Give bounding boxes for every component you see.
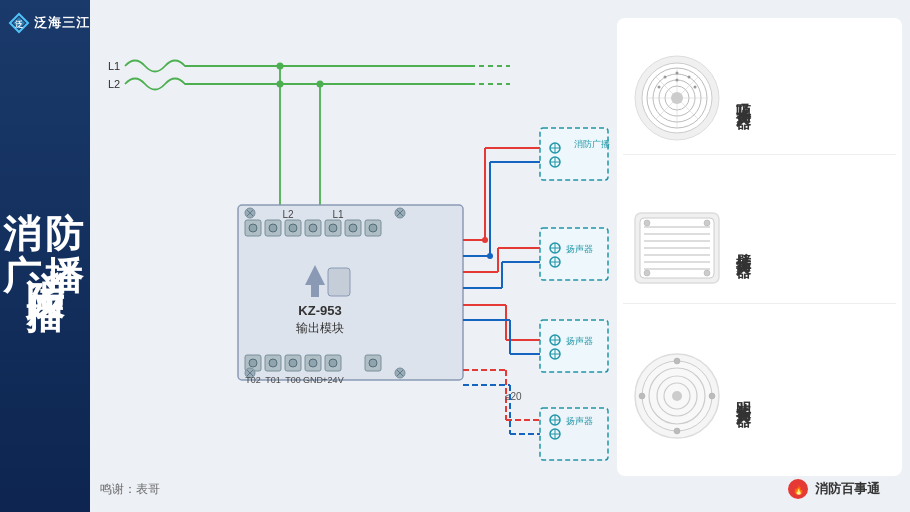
svg-point-27 [349,224,357,232]
main-title: 消防广播 [0,214,90,298]
svg-text:L1: L1 [108,60,120,72]
svg-point-139 [657,86,660,89]
surface-speaker-row: 明装扬声器 [623,341,896,452]
brand-name: 泛海三江 [34,14,90,32]
svg-text:🔥: 🔥 [793,484,805,496]
surface-speaker-label: 明装扬声器 [734,389,753,404]
svg-text:T02: T02 [245,375,261,385]
svg-rect-99 [540,228,608,280]
wiring-diagram: L1 L2 L2 L1 KZ-953 输出模 [90,0,620,490]
svg-rect-38 [328,268,350,296]
svg-point-162 [709,393,715,399]
svg-text:KZ-953: KZ-953 [298,303,341,318]
svg-point-25 [329,224,337,232]
svg-text:输出模块: 输出模块 [296,321,344,335]
svg-text:L2: L2 [108,78,120,90]
svg-point-29 [369,224,377,232]
svg-text:扬声器: 扬声器 [566,244,593,254]
wall-speaker-row: 壁挂扬声器 [623,192,896,304]
svg-point-161 [639,393,645,399]
svg-text:T01: T01 [265,375,281,385]
ceiling-speaker-row: 吸顶扬声器 [623,43,896,155]
footer-brand-icon: 🔥 [787,478,809,500]
svg-text:消防广播: 消防广播 [574,139,610,149]
svg-text:L1: L1 [332,209,344,220]
ceiling-speaker-label: 吸顶扬声器 [734,91,753,106]
svg-point-19 [269,224,277,232]
svg-point-160 [674,428,680,434]
svg-text:≤20: ≤20 [505,391,522,402]
svg-point-23 [309,224,317,232]
svg-point-158 [672,391,682,401]
surface-speaker-image [629,349,724,444]
footer-credit: 鸣谢：表哥 [100,481,160,498]
ceiling-speaker-image [629,51,724,146]
svg-rect-107 [540,320,608,372]
svg-point-138 [693,86,696,89]
svg-text:+24V: +24V [322,375,343,385]
svg-point-44 [269,359,277,367]
svg-point-48 [309,359,317,367]
wall-speaker-label: 壁挂扬声器 [734,240,753,255]
svg-point-17 [249,224,257,232]
footer-company-name: 消防百事通 [815,480,880,498]
svg-point-135 [675,79,678,82]
svg-point-159 [674,358,680,364]
left-sidebar: 泛 泛海三江 消防广播 [0,0,90,512]
svg-point-134 [675,72,678,75]
svg-point-52 [369,359,377,367]
svg-point-12 [317,81,324,88]
footer: 鸣谢：表哥 🔥 消防百事通 [100,478,900,500]
svg-point-150 [704,220,710,226]
svg-point-136 [687,76,690,79]
svg-point-76 [482,237,488,243]
svg-text:扬声器: 扬声器 [566,336,593,346]
svg-point-77 [487,253,493,259]
brand-logo-icon: 泛 [8,12,30,34]
svg-point-149 [644,220,650,226]
svg-point-50 [329,359,337,367]
speakers-panel: 吸顶扬声器 壁挂扬声器 [617,18,902,476]
svg-point-46 [289,359,297,367]
svg-rect-37 [311,285,319,297]
svg-point-21 [289,224,297,232]
svg-point-151 [644,270,650,276]
svg-point-152 [704,270,710,276]
svg-text:泛: 泛 [15,20,24,29]
svg-point-42 [249,359,257,367]
svg-text:GND: GND [303,375,324,385]
svg-text:T00: T00 [285,375,301,385]
footer-brand: 🔥 消防百事通 [787,478,880,500]
brand-logo: 泛 泛海三江 [8,12,90,34]
svg-rect-91 [540,128,608,180]
svg-text:扬声器: 扬声器 [566,416,593,426]
svg-point-137 [663,76,666,79]
wall-speaker-image [629,200,724,295]
svg-text:L2: L2 [282,209,294,220]
svg-point-133 [671,92,683,104]
